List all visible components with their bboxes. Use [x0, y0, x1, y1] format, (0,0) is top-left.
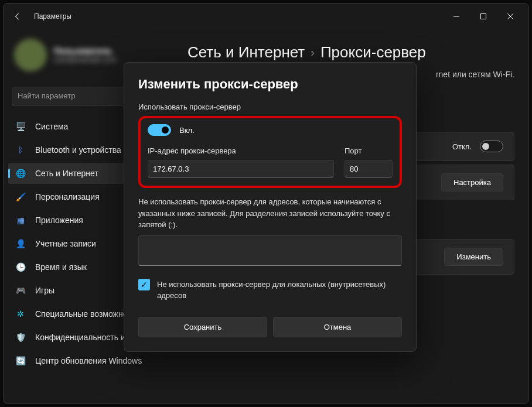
arrow-left-icon — [13, 12, 22, 20]
settings-window: Параметры Пользователь user@example.com … — [3, 3, 529, 404]
ip-input[interactable] — [148, 160, 334, 177]
sidebar-item-label: Игры — [35, 286, 54, 295]
sidebar-item-label: Сеть и Интернет — [35, 169, 98, 178]
minimize-button[interactable] — [443, 7, 470, 26]
profile-email: user@example.com — [54, 56, 117, 64]
breadcrumb: Сеть и Интернет › Прокси-сервер — [187, 43, 514, 61]
chevron-right-icon: › — [311, 46, 315, 59]
cancel-button[interactable]: Отмена — [273, 317, 402, 337]
maximize-button[interactable] — [470, 7, 497, 26]
avatar — [14, 39, 47, 71]
status-label: Откл. — [452, 142, 472, 151]
use-proxy-toggle[interactable] — [148, 124, 171, 136]
exceptions-text: Не использовать прокси-сервер для адресо… — [138, 196, 402, 231]
edit-proxy-dialog: Изменить прокси-сервер Использовать прок… — [124, 62, 417, 352]
sidebar-item-icon: 🖥️ — [15, 121, 26, 132]
profile-name: Пользователь — [54, 46, 117, 56]
window-title: Параметры — [34, 12, 71, 20]
auto-detect-toggle[interactable] — [480, 141, 503, 152]
use-proxy-label: Использовать прокси-сервер — [138, 102, 402, 111]
sidebar-item-label: Персонализация — [35, 192, 100, 201]
sidebar-item-label: Центр обновления Windows — [35, 356, 142, 365]
sidebar-item-label: Bluetooth и устройства — [35, 145, 121, 155]
toggle-state-label: Вкл. — [179, 126, 195, 135]
back-button[interactable] — [8, 7, 27, 26]
sidebar-item-label: Система — [35, 122, 68, 131]
maximize-icon — [480, 13, 486, 19]
dialog-title: Изменить прокси-сервер — [138, 77, 402, 92]
sidebar-item-icon: 🌐 — [15, 168, 26, 179]
breadcrumb-root[interactable]: Сеть и Интернет — [187, 43, 305, 61]
sidebar-item-icon: 🕒 — [15, 262, 26, 272]
change-button[interactable]: Изменить — [444, 248, 503, 266]
sidebar-item-label: Приложения — [35, 216, 83, 225]
svg-rect-1 — [481, 14, 486, 19]
close-icon — [507, 13, 513, 19]
setup-button[interactable]: Настройка — [441, 173, 503, 191]
port-label: Порт — [345, 146, 393, 155]
sidebar-item-icon: 👤 — [15, 238, 26, 249]
highlighted-region: Вкл. IP-адрес прокси-сервера Порт — [138, 116, 402, 188]
sidebar-item-icon: ᛒ — [15, 145, 26, 155]
sidebar-item-icon: 🔄 — [15, 355, 26, 366]
minimize-icon — [453, 13, 459, 19]
save-button[interactable]: Сохранить — [138, 317, 267, 337]
sidebar-item-icon: 🛡️ — [15, 332, 26, 343]
sidebar-item-icon: 🖌️ — [15, 191, 26, 202]
sidebar-item-label: Учетные записи — [35, 239, 96, 248]
sidebar-item-icon: ▦ — [15, 215, 26, 225]
sidebar-item-label: Время и язык — [35, 262, 87, 272]
window-controls — [443, 7, 524, 26]
breadcrumb-leaf: Прокси-сервер — [320, 43, 426, 61]
ip-label: IP-адрес прокси-сервера — [148, 146, 334, 155]
sidebar-item-icon: ✲ — [15, 309, 26, 319]
local-bypass-label: Не использовать прокси-сервер для локаль… — [157, 279, 402, 302]
titlebar: Параметры — [4, 4, 528, 29]
close-button[interactable] — [497, 7, 524, 26]
sidebar-item[interactable]: 🔄Центр обновления Windows — [8, 350, 169, 371]
port-input[interactable] — [345, 160, 393, 177]
sidebar-item-icon: 🎮 — [15, 285, 26, 296]
local-bypass-checkbox[interactable]: ✓ — [138, 279, 150, 290]
exceptions-input[interactable] — [138, 235, 402, 266]
